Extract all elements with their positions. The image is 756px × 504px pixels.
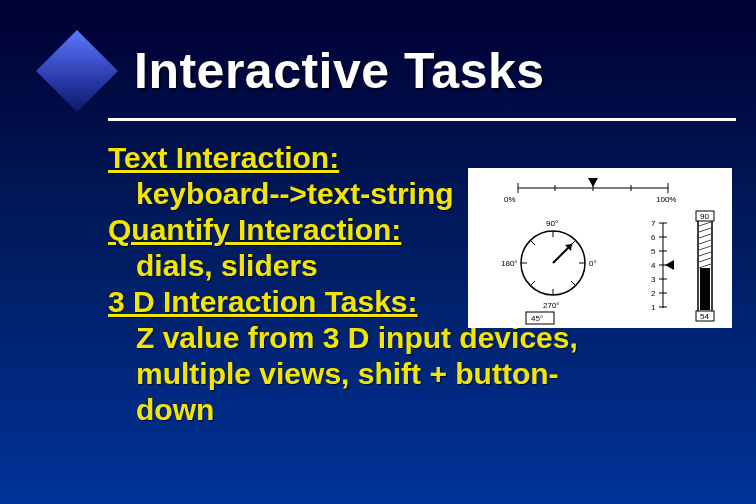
scale-tick-6: 6 [651,233,656,242]
thermometer-icon: 90 54 [696,211,714,321]
svg-rect-29 [700,268,710,310]
svg-line-33 [699,240,711,244]
dial-icon: 90° 180° 0° 270° 45° [501,219,597,324]
vertical-scale-icon: 7 6 5 4 3 2 1 [651,219,674,312]
dial-value-box: 45° [531,314,543,323]
title-row: Interactive Tasks [0,42,756,100]
svg-line-36 [699,258,711,262]
svg-line-32 [699,234,711,238]
scale-tick-2: 2 [651,289,656,298]
slider-right-label: 100% [656,195,676,204]
scale-tick-7: 7 [651,219,656,228]
scale-tick-3: 3 [651,275,656,284]
thermo-top-label: 90 [700,212,709,221]
line-multiple-views: multiple views, shift + button- [108,356,732,392]
widgets-figure: 0% 100% 90° 180° 0° 270° 45° [468,168,732,328]
horizontal-slider-icon: 0% 100% [504,178,676,204]
svg-line-34 [699,246,711,250]
svg-line-37 [699,264,711,268]
slider-left-label: 0% [504,195,516,204]
scale-tick-5: 5 [651,247,656,256]
dial-left-label: 180° [501,259,518,268]
line-down: down [108,392,732,428]
svg-marker-27 [665,260,674,270]
dial-right-label: 0° [589,259,597,268]
svg-line-15 [531,281,535,285]
dial-bottom-label: 270° [543,301,560,310]
svg-line-31 [699,228,711,232]
svg-line-30 [699,222,711,226]
scale-tick-1: 1 [651,303,656,312]
slide-title: Interactive Tasks [134,42,545,100]
diamond-bullet-icon [36,30,118,112]
scale-tick-4: 4 [651,261,656,270]
svg-line-13 [531,241,535,245]
svg-marker-6 [588,178,598,187]
horizontal-rule [108,118,736,121]
thermo-bottom-label: 54 [700,312,709,321]
svg-line-14 [571,281,575,285]
svg-line-35 [699,252,711,256]
dial-top-label: 90° [546,219,558,228]
